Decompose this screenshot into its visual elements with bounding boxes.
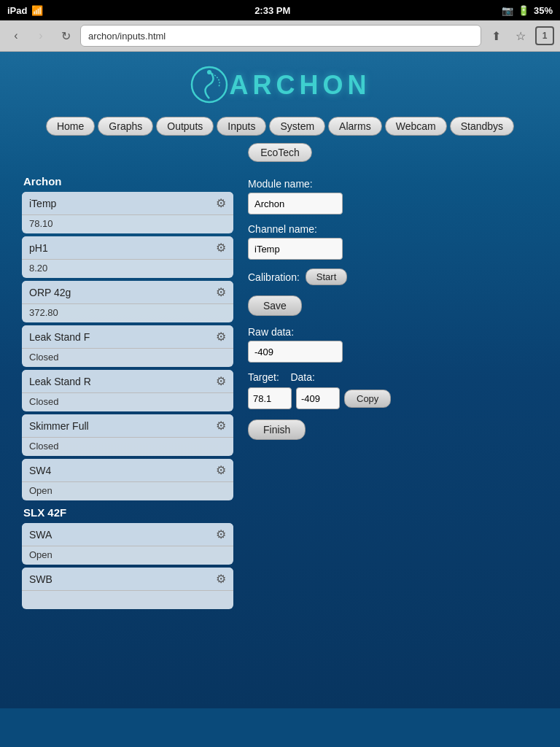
target-value-input[interactable] [248,387,292,409]
battery-percent: 35% [534,5,553,16]
nav-webcam[interactable]: Webcam [385,117,447,136]
ocean-background: ARCHON Home Graphs Outputs Inputs System… [0,52,560,708]
target-data-row: Copy [248,387,538,409]
start-button[interactable]: Start [306,268,347,285]
calibration-label: Calibration: [248,271,300,283]
nav-alarms[interactable]: Alarms [328,117,382,136]
sensor-name-swb: SWB [29,573,52,585]
sensor-value-sw4: Open [22,482,233,500]
nav-home[interactable]: Home [46,117,95,136]
sensor-card-skimmer-full: Skimmer Full ⚙ Closed [22,414,233,456]
logo-icon [190,65,230,105]
sensor-name-skimmer-full: Skimmer Full [29,420,89,432]
sensor-name-swa: SWA [29,529,52,541]
left-panel: Archon iTemp ⚙ 78.10 pH1 ⚙ 8.20 [22,175,233,612]
status-left: iPad 📶 [7,5,43,16]
time-label: 2:33 PM [254,5,290,16]
nav-bar-2: EcoTech [0,140,560,168]
sensor-name-row-swb: SWB ⚙ [22,568,233,591]
gear-icon-ph1[interactable]: ⚙ [216,241,226,255]
nav-ecotech[interactable]: EcoTech [248,143,312,162]
sensor-name-row-orp: ORP 42g ⚙ [22,281,233,304]
nav-bar: Home Graphs Outputs Inputs System Alarms… [0,112,560,140]
sensor-card-orp: ORP 42g ⚙ 372.80 [22,281,233,322]
main-content: Archon iTemp ⚙ 78.10 pH1 ⚙ 8.20 [0,168,560,619]
save-button[interactable]: Save [248,295,302,316]
gear-icon-sw4[interactable]: ⚙ [216,463,226,477]
sensor-value-swa: Open [22,546,233,565]
sensor-value-itemp: 78.10 [22,215,233,233]
channel-name-label: Channel name: [248,223,538,235]
target-label: Target: [248,371,279,383]
sensor-card-leak-stand-f: Leak Stand F ⚙ Closed [22,325,233,367]
sensor-card-swb: SWB ⚙ [22,568,233,609]
gear-icon-swa[interactable]: ⚙ [216,527,226,541]
sensor-name-leak-stand-r: Leak Stand R [29,376,91,387]
forward-button[interactable]: › [31,26,51,46]
logo-text: ARCHON [230,70,371,101]
channel-name-input[interactable] [248,238,343,260]
nav-system[interactable]: System [269,117,325,136]
status-bar: iPad 📶 2:33 PM 📷 🔋 35% [0,0,560,20]
carrier-label: iPad [7,5,27,16]
slx-module-header: SLX 42F [22,506,233,519]
sensor-name-row-ph1: pH1 ⚙ [22,236,233,260]
gear-icon-itemp[interactable]: ⚙ [216,196,226,210]
sensor-name-row-sw4: SW4 ⚙ [22,459,233,482]
back-button[interactable]: ‹ [6,26,26,46]
sensor-value-ph1: 8.20 [22,260,233,278]
sensor-name-row-skimmer-full: Skimmer Full ⚙ [22,414,233,438]
gear-icon-skimmer-full[interactable]: ⚙ [216,419,226,433]
browser-bar: ‹ › ↻ ⬆ ☆ 1 [0,20,560,52]
bookmark-button[interactable]: ☆ [510,26,531,46]
sensor-value-skimmer-full: Closed [22,438,233,456]
raw-data-input[interactable] [248,341,343,363]
sensor-name-itemp: iTemp [29,198,56,209]
sensor-card-ph1: pH1 ⚙ 8.20 [22,236,233,278]
url-bar[interactable] [80,25,481,47]
copy-button[interactable]: Copy [344,390,391,408]
data-value-input[interactable] [296,387,340,409]
target-data-label: Target: Data: [248,371,538,383]
archon-module-header: Archon [22,175,233,187]
sensor-name-row-leak-stand-r: Leak Stand R ⚙ [22,370,233,393]
sensor-value-orp: 372.80 [22,304,233,322]
sensor-value-leak-stand-f: Closed [22,349,233,367]
sensor-value-leak-stand-r: Closed [22,393,233,411]
sensor-name-row-swa: SWA ⚙ [22,523,233,546]
module-name-input[interactable] [248,193,343,214]
sensor-card-sw4: SW4 ⚙ Open [22,459,233,500]
sensor-name-sw4: SW4 [29,465,51,476]
right-panel: Module name: Channel name: Calibration: … [248,175,538,612]
sensor-name-row-leak-stand-f: Leak Stand F ⚙ [22,325,233,349]
finish-button[interactable]: Finish [248,419,306,440]
gear-icon-orp[interactable]: ⚙ [216,285,226,299]
refresh-button[interactable]: ↻ [55,26,76,46]
share-button[interactable]: ⬆ [486,26,506,46]
nav-outputs[interactable]: Outputs [156,117,214,136]
nav-inputs[interactable]: Inputs [217,117,266,136]
status-right: 📷 🔋 35% [502,5,553,16]
gear-icon-leak-stand-r[interactable]: ⚙ [216,374,226,388]
wifi-icon: 📶 [31,5,43,16]
sensor-name-ph1: pH1 [29,242,48,254]
sensor-name-leak-stand-f: Leak Stand F [29,331,90,343]
logo-container: ARCHON [190,65,371,105]
sensor-card-itemp: iTemp ⚙ 78.10 [22,192,233,233]
gear-icon-leak-stand-f[interactable]: ⚙ [216,330,226,344]
calibration-row: Calibration: Start [248,268,538,285]
sensor-name-orp: ORP 42g [29,287,71,298]
nav-standbys[interactable]: Standbys [450,117,514,136]
gear-icon-swb[interactable]: ⚙ [216,572,226,586]
data-label: Data: [290,371,314,383]
sensor-card-swa: SWA ⚙ Open [22,523,233,565]
bluetooth-icon: 📷 [502,5,513,16]
nav-graphs[interactable]: Graphs [98,117,153,136]
sensor-name-row-itemp: iTemp ⚙ [22,192,233,215]
sensor-value-swb [22,591,233,609]
battery-icon: 🔋 [518,5,529,16]
logo-area: ARCHON [0,52,560,112]
tab-count-button[interactable]: 1 [535,26,554,45]
raw-data-label: Raw data: [248,326,538,338]
module-name-label: Module name: [248,178,538,190]
